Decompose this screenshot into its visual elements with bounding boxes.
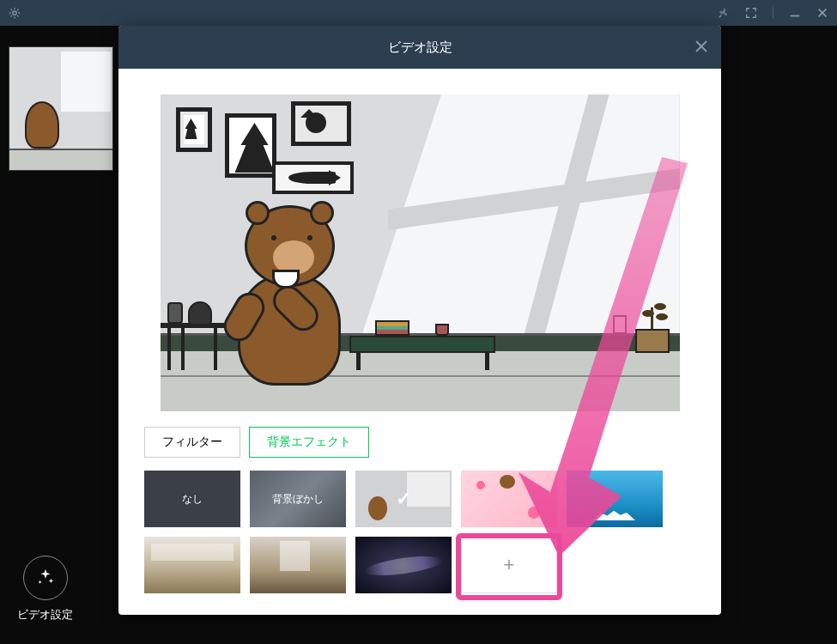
effect-tile-blur[interactable]: 背景ぼかし <box>250 471 346 527</box>
plus-icon: + <box>504 554 515 576</box>
effect-tile-none[interactable]: なし <box>144 471 240 527</box>
effect-tile-room[interactable]: ✓ <box>355 471 452 527</box>
effect-tile-galaxy[interactable] <box>355 537 452 593</box>
main-content-area: ビデオ設定 ビデオ設定 <box>0 26 837 644</box>
video-preview <box>161 94 680 411</box>
fullscreen-icon[interactable] <box>745 7 757 19</box>
modal-header: ビデオ設定 <box>118 26 721 69</box>
divider <box>773 7 773 19</box>
video-settings-label: ビデオ設定 <box>17 607 73 623</box>
settings-gear-icon[interactable] <box>9 7 21 19</box>
effect-tabs: フィルター 背景エフェクト <box>144 427 695 458</box>
self-video-thumbnail[interactable] <box>9 46 113 171</box>
effect-tile-add[interactable]: + <box>461 537 557 593</box>
window-titlebar <box>0 0 837 26</box>
effect-none-label: なし <box>182 492 203 507</box>
modal-title: ビデオ設定 <box>388 39 452 56</box>
background-effect-grid: なし 背景ぼかし ✓ <box>144 471 695 593</box>
tab-background-effect[interactable]: 背景エフェクト <box>249 427 369 458</box>
effect-blur-label: 背景ぼかし <box>272 492 324 507</box>
svg-point-0 <box>13 11 16 15</box>
effect-tile-beach[interactable] <box>567 471 663 527</box>
minimize-icon[interactable] <box>789 7 801 19</box>
sparkle-icon <box>36 568 55 589</box>
checkmark-icon: ✓ <box>396 488 411 510</box>
close-window-icon[interactable] <box>816 7 828 19</box>
effect-tile-pink[interactable] <box>461 471 557 527</box>
effect-tile-cafe[interactable] <box>144 537 240 593</box>
tab-filter[interactable]: フィルター <box>144 427 240 458</box>
video-settings-modal: ビデオ設定 <box>118 26 721 615</box>
effect-tile-office[interactable] <box>250 537 346 593</box>
close-icon[interactable] <box>694 38 708 58</box>
video-settings-button[interactable]: ビデオ設定 <box>17 556 73 623</box>
pin-icon[interactable] <box>718 7 730 19</box>
